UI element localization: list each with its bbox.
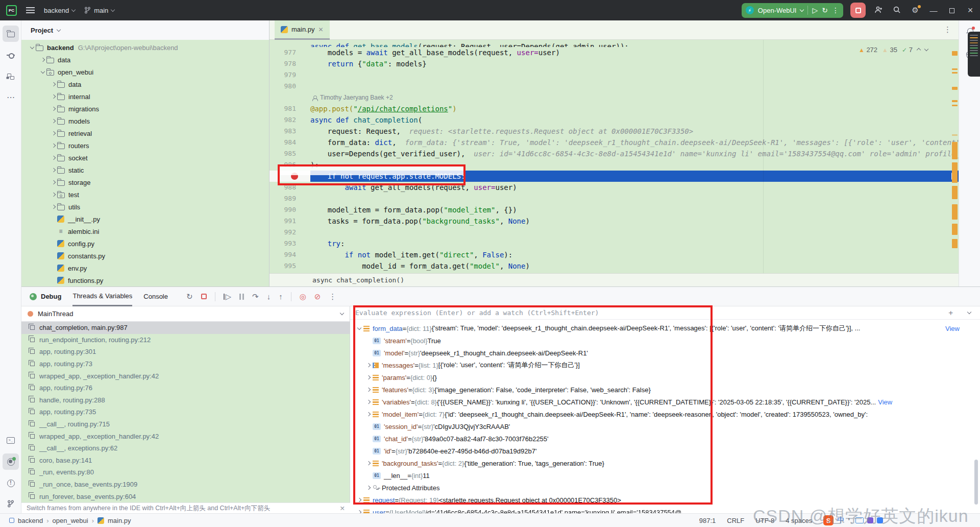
tree-row[interactable]: data bbox=[21, 78, 269, 90]
debug-options-kebab[interactable]: ⋮ bbox=[329, 292, 336, 301]
view-link[interactable]: View bbox=[945, 325, 980, 332]
tree-row[interactable]: static bbox=[21, 164, 269, 176]
gutter[interactable]: 993 bbox=[270, 238, 310, 249]
breadcrumb[interactable]: backend › open_webui › main.py bbox=[0, 517, 131, 524]
frame-row[interactable]: handle, routing.py:288 bbox=[21, 394, 350, 406]
frame-row[interactable]: __call__, exceptions.py:62 bbox=[21, 442, 350, 454]
tree-row[interactable]: open_webui bbox=[21, 66, 269, 78]
debug-tool-icon[interactable] bbox=[3, 453, 19, 470]
tree-chevron-icon[interactable] bbox=[52, 168, 56, 172]
rerun-icon[interactable]: ↻ bbox=[186, 292, 193, 301]
gutter[interactable]: 981 bbox=[270, 103, 310, 114]
terminal-tool-icon[interactable]: >_ bbox=[3, 432, 19, 448]
gutter[interactable]: 980 bbox=[270, 81, 310, 92]
gutter[interactable]: 991 bbox=[270, 215, 310, 227]
tree-chevron-icon[interactable] bbox=[52, 193, 56, 197]
frame-row[interactable]: app, routing.py:73 bbox=[21, 358, 350, 370]
tree-row[interactable]: migrations bbox=[21, 103, 269, 115]
step-out-icon[interactable]: ↑ bbox=[279, 292, 283, 301]
prev-problem-chevron[interactable] bbox=[917, 47, 921, 52]
tab-main-py[interactable]: main.py ✕ bbox=[275, 20, 330, 40]
run-button[interactable]: ▷ bbox=[812, 6, 818, 14]
tree-row[interactable]: __init__.py bbox=[21, 213, 269, 225]
gutter[interactable]: 982 bbox=[270, 114, 310, 126]
sticky-context-line[interactable]: async chat_completion() bbox=[270, 273, 959, 286]
tree-chevron-icon[interactable] bbox=[52, 119, 56, 123]
rerun-debug-button[interactable]: ↻ bbox=[822, 6, 828, 14]
step-over-icon[interactable]: ↷ bbox=[252, 292, 259, 301]
run-more-kebab[interactable]: ⋮ bbox=[832, 6, 839, 14]
run-configuration-pill[interactable]: ⚡ Open-WebUI ▷ ↻ ⋮ bbox=[742, 3, 843, 18]
tree-row[interactable]: test bbox=[21, 188, 269, 201]
commit-tool-icon[interactable] bbox=[3, 47, 19, 63]
tree-row[interactable]: config.py bbox=[21, 237, 269, 250]
caret-position[interactable]: 987:1 bbox=[699, 517, 716, 524]
tree-chevron-icon[interactable] bbox=[30, 44, 34, 49]
add-user-icon[interactable] bbox=[873, 6, 884, 15]
gutter[interactable]: 979 bbox=[270, 69, 310, 81]
error-stripe[interactable] bbox=[950, 40, 959, 273]
tree-row[interactable]: internal bbox=[21, 90, 269, 103]
structure-tool-icon[interactable] bbox=[3, 68, 19, 85]
tree-chevron-icon[interactable] bbox=[52, 94, 56, 99]
tree-row[interactable]: env.py bbox=[21, 262, 269, 274]
gutter[interactable]: 984 bbox=[270, 137, 310, 148]
frame-row[interactable]: wrapped_app, _exception_handler.py:42 bbox=[21, 430, 350, 442]
git-tool-icon[interactable] bbox=[3, 495, 19, 512]
frame-row[interactable]: app, routing.py:301 bbox=[21, 346, 350, 358]
frame-row[interactable]: app, routing.py:735 bbox=[21, 406, 350, 418]
frame-row[interactable]: run_forever, base_events.py:604 bbox=[21, 490, 350, 502]
frame-row[interactable]: chat_completion, main.py:987 bbox=[21, 322, 350, 334]
branch-selector[interactable]: main bbox=[84, 7, 114, 14]
tree-chevron-icon[interactable] bbox=[52, 143, 56, 148]
tab-options-kebab[interactable]: ⋮ bbox=[944, 25, 951, 34]
minimize-button[interactable]: — bbox=[928, 6, 939, 15]
tree-chevron-icon[interactable] bbox=[52, 205, 56, 209]
line-separator[interactable]: CRLF bbox=[727, 517, 744, 524]
gutter[interactable]: 994 bbox=[270, 249, 310, 260]
tree-row[interactable]: ≡alembic.ini bbox=[21, 225, 269, 237]
tree-chevron-icon[interactable] bbox=[52, 131, 56, 135]
frame-row[interactable]: run_endpoint_function, routing.py:212 bbox=[21, 334, 350, 346]
inspections-widget[interactable]: ▲ 272 ▲ 35 ✓ 7 bbox=[859, 46, 928, 54]
problems-tool-icon[interactable]: ! bbox=[3, 475, 19, 491]
view-link[interactable]: View bbox=[878, 398, 913, 406]
tree-row[interactable]: routers bbox=[21, 139, 269, 152]
frame-row[interactable]: coro, base.py:141 bbox=[21, 454, 350, 467]
gutter[interactable]: 978 bbox=[270, 58, 310, 69]
tree-row[interactable]: constants.py bbox=[21, 250, 269, 262]
tree-row[interactable]: socket bbox=[21, 152, 269, 164]
frame-row[interactable]: _run, events.py:80 bbox=[21, 466, 350, 478]
tree-chevron-icon[interactable] bbox=[41, 58, 45, 62]
gutter[interactable]: 990 bbox=[270, 204, 310, 215]
stop-button[interactable] bbox=[850, 3, 866, 18]
thread-selector[interactable]: MainThread bbox=[21, 306, 350, 322]
project-panel-header[interactable]: Project bbox=[21, 20, 269, 40]
dismiss-hint-icon[interactable]: ✕ bbox=[340, 505, 345, 512]
project-tool-icon[interactable] bbox=[3, 26, 19, 42]
project-selector[interactable]: backend bbox=[44, 7, 75, 14]
view-breakpoints-icon[interactable]: ◎ bbox=[300, 292, 306, 301]
tree-chevron-icon[interactable] bbox=[52, 156, 56, 160]
tree-row[interactable]: models bbox=[21, 115, 269, 127]
gutter[interactable]: 983 bbox=[270, 126, 310, 137]
pause-icon[interactable] bbox=[239, 294, 244, 300]
step-into-icon[interactable]: ↓ bbox=[267, 292, 271, 301]
tree-row[interactable]: backendG:\AI\project\open-webui\backend bbox=[21, 41, 269, 54]
frame-row[interactable]: wrapped_app, _exception_handler.py:42 bbox=[21, 370, 350, 382]
gutter[interactable]: 989 bbox=[270, 193, 310, 204]
frame-row[interactable]: app, routing.py:76 bbox=[21, 382, 350, 394]
tab-console[interactable]: Console bbox=[143, 287, 168, 306]
tree-chevron-icon[interactable] bbox=[52, 107, 56, 111]
search-icon[interactable] bbox=[891, 6, 902, 15]
stop-process-icon[interactable] bbox=[201, 294, 207, 299]
tree-row[interactable]: functions.py bbox=[21, 274, 269, 286]
close-tab-icon[interactable]: ✕ bbox=[318, 26, 324, 33]
frame-row[interactable]: __call__, routing.py:715 bbox=[21, 418, 350, 430]
watch-expand-chevron[interactable] bbox=[967, 310, 971, 314]
next-problem-chevron[interactable] bbox=[924, 47, 928, 51]
tab-threads-variables[interactable]: Threads & Variables bbox=[72, 287, 132, 306]
maximize-button[interactable] bbox=[946, 6, 958, 15]
tree-chevron-icon[interactable] bbox=[41, 69, 45, 73]
mute-breakpoints-icon[interactable]: ⊘ bbox=[314, 292, 321, 301]
